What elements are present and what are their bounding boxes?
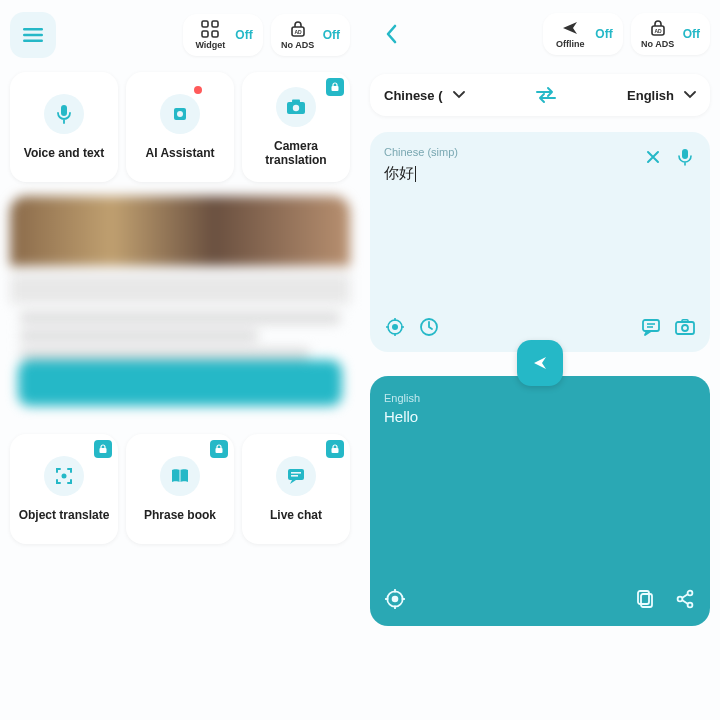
offline-toggle-label: Offline xyxy=(556,39,585,49)
speak-output-button[interactable] xyxy=(384,588,406,610)
svg-rect-21 xyxy=(288,469,304,480)
offline-toggle-state: Off xyxy=(595,27,612,41)
ai-chip-icon xyxy=(384,588,406,610)
svg-rect-4 xyxy=(212,21,218,27)
camera-icon xyxy=(286,99,306,115)
text-caret-icon xyxy=(415,166,416,182)
lock-ad-icon: AD xyxy=(649,19,667,37)
feature-voice-text[interactable]: Voice and text xyxy=(10,72,118,182)
chevron-down-icon xyxy=(684,91,696,99)
lock-badge-icon xyxy=(326,78,344,96)
noads-toggle[interactable]: AD No ADS Off xyxy=(271,14,350,56)
share-button[interactable] xyxy=(674,588,696,610)
ai-chip-icon xyxy=(170,104,190,124)
source-language-dropdown[interactable]: Chinese ( xyxy=(384,88,465,103)
svg-point-17 xyxy=(62,473,67,478)
share-icon xyxy=(675,589,695,609)
feature-label: AI Assistant xyxy=(146,146,215,160)
feature-label: Object translate xyxy=(19,508,110,522)
target-language-label: English xyxy=(627,88,674,103)
copy-icon xyxy=(636,589,654,609)
voice-input-button[interactable] xyxy=(674,146,696,168)
promo-banner[interactable] xyxy=(10,196,350,412)
svg-rect-33 xyxy=(676,322,694,334)
close-icon xyxy=(645,149,661,165)
history-button[interactable] xyxy=(418,316,440,338)
widget-toggle-label: Widget xyxy=(195,40,225,50)
svg-rect-15 xyxy=(292,99,300,102)
target-lang-sublabel: English xyxy=(384,392,696,404)
hamburger-icon xyxy=(23,28,43,42)
svg-rect-38 xyxy=(641,594,652,607)
noads-toggle-state: Off xyxy=(683,27,700,41)
ai-suggest-button[interactable] xyxy=(384,316,406,338)
source-lang-sublabel: Chinese (simp) xyxy=(384,146,458,158)
conversation-button[interactable] xyxy=(640,316,662,338)
noads-toggle[interactable]: AD No ADS Off xyxy=(631,13,710,55)
chat-icon xyxy=(286,467,306,485)
svg-text:AD: AD xyxy=(654,28,662,34)
offline-toggle[interactable]: Offline Off xyxy=(543,13,622,55)
svg-rect-3 xyxy=(202,21,208,27)
send-icon xyxy=(531,354,549,372)
svg-point-28 xyxy=(392,324,398,330)
feature-ai-assistant[interactable]: AI Assistant xyxy=(126,72,234,182)
widget-toggle[interactable]: Widget Off xyxy=(183,14,262,56)
feature-label: Phrase book xyxy=(144,508,216,522)
swap-languages-button[interactable] xyxy=(533,86,559,104)
menu-button[interactable] xyxy=(10,12,56,58)
svg-point-34 xyxy=(682,325,688,331)
svg-rect-23 xyxy=(291,475,298,477)
feature-label: Live chat xyxy=(270,508,322,522)
noads-toggle-label: No ADS xyxy=(641,39,674,49)
top-bar: Widget Off AD No ADS Off xyxy=(10,12,350,58)
svg-rect-12 xyxy=(332,86,339,91)
source-text-card: Chinese (simp) 你好 xyxy=(370,132,710,352)
clear-input-button[interactable] xyxy=(642,146,664,168)
lock-badge-icon xyxy=(326,440,344,458)
feature-row-bottom: Object translate Phrase book Live chat xyxy=(10,434,350,544)
back-button[interactable] xyxy=(370,12,414,56)
chat-icon xyxy=(641,318,661,336)
copy-button[interactable] xyxy=(634,588,656,610)
feature-camera-translation[interactable]: Camera translation xyxy=(242,72,350,182)
svg-rect-0 xyxy=(23,28,43,30)
target-text-card: English Hello xyxy=(370,376,710,626)
translate-button[interactable] xyxy=(517,340,563,386)
camera-input-button[interactable] xyxy=(674,316,696,338)
svg-point-14 xyxy=(293,104,299,110)
ai-chip-icon xyxy=(385,317,405,337)
home-screen: Widget Off AD No ADS Off Voice and text … xyxy=(0,0,360,720)
notification-dot-icon xyxy=(194,86,202,94)
svg-rect-22 xyxy=(291,472,301,474)
source-text-input[interactable]: 你好 xyxy=(384,164,458,183)
feature-phrase-book[interactable]: Phrase book xyxy=(126,434,234,544)
feature-row-top: Voice and text AI Assistant Camera trans… xyxy=(10,72,350,182)
svg-rect-6 xyxy=(212,31,218,37)
svg-rect-2 xyxy=(23,40,43,42)
target-language-dropdown[interactable]: English xyxy=(627,88,696,103)
svg-point-11 xyxy=(177,111,183,117)
widget-toggle-state: Off xyxy=(235,28,252,42)
feature-label: Camera translation xyxy=(248,139,344,168)
lock-badge-icon xyxy=(94,440,112,458)
widget-icon xyxy=(201,20,219,38)
mic-icon xyxy=(56,104,72,124)
book-icon xyxy=(170,468,190,484)
translation-output: Hello xyxy=(384,408,696,425)
svg-rect-35 xyxy=(682,320,688,323)
svg-rect-1 xyxy=(23,34,43,36)
scan-icon xyxy=(54,466,74,486)
lock-ad-icon: AD xyxy=(289,20,307,38)
airplane-icon xyxy=(561,19,579,37)
svg-rect-39 xyxy=(638,591,649,604)
feature-live-chat[interactable]: Live chat xyxy=(242,434,350,544)
swap-icon xyxy=(533,86,559,104)
feature-label: Voice and text xyxy=(24,146,104,160)
clock-icon xyxy=(419,317,439,337)
feature-object-translate[interactable]: Object translate xyxy=(10,434,118,544)
language-selector: Chinese ( English xyxy=(370,74,710,116)
svg-rect-20 xyxy=(332,448,339,453)
svg-rect-5 xyxy=(202,31,208,37)
mic-icon xyxy=(678,148,692,166)
